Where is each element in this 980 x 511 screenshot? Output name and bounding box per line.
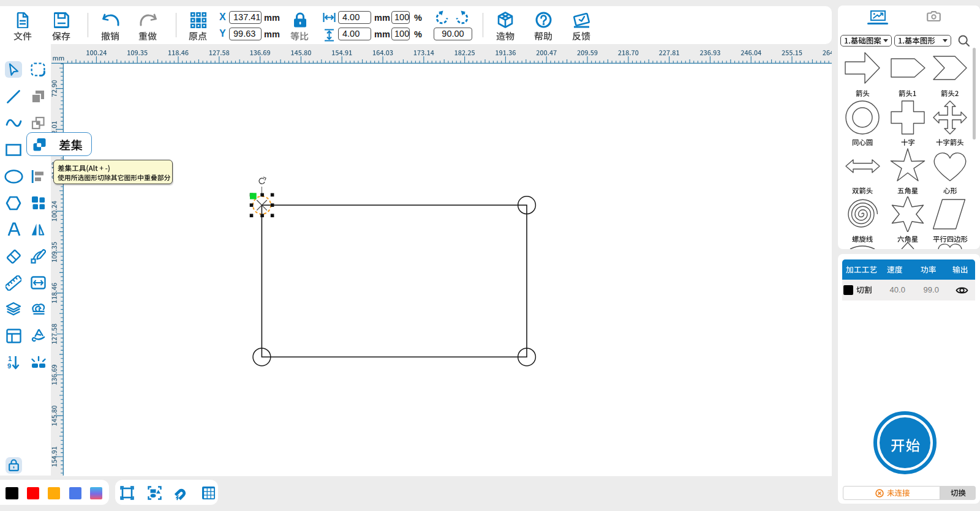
svg-text:9: 9 [7, 362, 11, 370]
svg-text:1: 1 [8, 355, 12, 362]
